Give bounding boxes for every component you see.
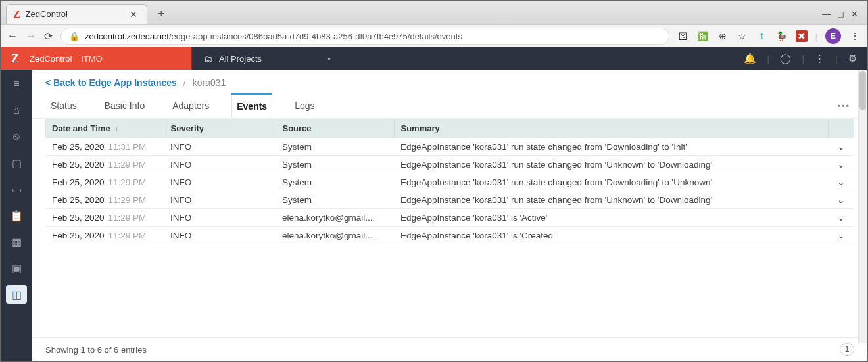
breadcrumb-current: kora031 [193,78,226,88]
browser-tab[interactable]: Z ZedControl ✕ [6,4,147,24]
cell-severity: INFO [164,191,276,209]
col-date-time[interactable]: Date and Time ↓ [45,119,164,138]
page-tabs: StatusBasic InfoAdaptersEventsLogs••• [32,93,867,119]
tab-logs[interactable]: Logs [289,94,320,118]
cell-severity: INFO [164,209,276,227]
cell-severity: INFO [164,227,276,244]
url-host: zedcontrol.zededa.net [85,32,169,41]
nav-reload-icon[interactable]: ⟳ [44,30,53,43]
table-row: Feb 25, 202011:29 PMINFOelena.korytko@gm… [45,209,854,227]
cell-summary: EdgeAppInstance 'kora031' run state chan… [394,173,828,191]
cell-summary: EdgeAppInstance 'kora031' is 'Active' [394,209,828,227]
col-date-time-label: Date and Time [52,124,110,133]
url-path: /edge-app-instances/086bad5a-d7d9-4b83-a… [169,32,462,41]
bookmark-star-icon[interactable]: ☆ [736,30,748,42]
chevron-down-icon: ▾ [327,55,331,62]
left-nav: ≡⌂⎋▢▭📋▦▣◫ [1,70,32,361]
settings-gear-icon[interactable]: ⚙ [848,53,857,64]
table-row: Feb 25, 202011:29 PMINFOSystemEdgeAppIns… [45,173,854,191]
leftnav-item-1[interactable]: ⌂ [6,101,27,120]
tab-status[interactable]: Status [45,94,82,118]
tab-basic-info[interactable]: Basic Info [99,94,150,118]
project-selector[interactable]: 🗂 All Projects ▾ [191,47,343,70]
org-name: ITMO [81,54,103,64]
cell-source: System [276,156,394,173]
breadcrumb-separator: / [183,78,186,88]
col-expand [828,119,854,138]
leftnav-item-5[interactable]: 📋 [6,206,27,225]
key-icon[interactable]: ⚿ [677,30,689,42]
browser-menu-icon[interactable]: ⋮ [849,30,861,42]
cell-source: elena.korytko@gmail.... [276,209,394,227]
zoom-icon[interactable]: ⊕ [717,30,729,42]
cell-summary: EdgeAppInstance 'kora031' run state chan… [394,191,828,209]
table-row: Feb 25, 202011:29 PMINFOSystemEdgeAppIns… [45,191,854,209]
cell-datetime: Feb 25, 202011:29 PM [45,191,164,209]
project-icon: 🗂 [204,54,212,64]
col-source[interactable]: Source [276,119,394,138]
cell-source: System [276,173,394,191]
expand-row-icon[interactable]: ⌄ [837,213,845,223]
expand-row-icon[interactable]: ⌄ [837,160,845,170]
table-row: Feb 25, 202011:29 PMINFOSystemEdgeAppIns… [45,156,854,173]
extension-x-icon[interactable]: ✖ [796,30,808,42]
brand-logo-icon: Z [7,52,23,66]
table-row: Feb 25, 202011:31 PMINFOSystemEdgeAppIns… [45,138,854,156]
cell-datetime: Feb 25, 202011:29 PM [45,173,164,191]
breadcrumb-back-link[interactable]: < Back to Edge App Instances [45,78,177,88]
extension-t-icon[interactable]: t [756,30,768,42]
expand-row-icon[interactable]: ⌄ [837,195,845,205]
events-table: Date and Time ↓ Severity Source Summary … [45,119,854,244]
leftnav-item-7[interactable]: ▣ [6,259,27,277]
expand-row-icon[interactable]: ⌄ [837,177,845,187]
window-maximize-icon[interactable]: ◻ [837,9,844,19]
topbar-kebab-icon[interactable]: ⋮ [815,53,825,64]
cell-source: System [276,191,394,209]
showing-text: Showing 1 to 6 of 6 entries [45,345,147,355]
table-footer: Showing 1 to 6 of 6 entries 1 [32,337,867,361]
cell-source: System [276,138,394,156]
new-tab-button[interactable]: + [154,7,169,21]
notifications-bell-icon[interactable]: 🔔 [744,53,756,64]
tab-close-icon[interactable]: ✕ [127,9,140,20]
nav-forward-icon[interactable]: → [26,30,36,42]
cell-severity: INFO [164,173,276,191]
leftnav-item-2[interactable]: ⎋ [6,127,27,146]
cell-summary: EdgeAppInstance 'kora031' is 'Created' [394,227,828,244]
tab-favicon: Z [13,9,20,20]
cell-severity: INFO [164,156,276,173]
lock-icon: 🔒 [69,32,80,41]
scrollbar-thumb[interactable] [859,71,866,110]
leftnav-item-4[interactable]: ▭ [6,180,27,198]
sort-indicator-icon: ↓ [115,125,118,133]
col-severity[interactable]: Severity [164,119,276,138]
brand-box[interactable]: Z ZedControl ITMO [1,47,191,70]
translate-icon[interactable]: 🈯 [697,30,709,42]
window-minimize-icon[interactable]: — [822,9,831,19]
browser-toolbar: ← → ⟳ 🔒 zedcontrol.zededa.net/edge-app-i… [1,24,867,48]
browser-tab-bar: Z ZedControl ✕ + — ◻ ✕ [1,1,867,24]
cell-summary: EdgeAppInstance 'kora031' run state chan… [394,156,828,173]
nav-back-icon[interactable]: ← [7,30,18,42]
leftnav-item-3[interactable]: ▢ [6,154,27,172]
leftnav-item-8[interactable]: ◫ [6,285,27,304]
profile-avatar[interactable]: E [825,28,841,44]
address-bar[interactable]: 🔒 zedcontrol.zededa.net/edge-app-instanc… [60,28,669,45]
user-icon[interactable]: ◯ [780,53,791,64]
cell-severity: INFO [164,138,276,156]
cell-datetime: Feb 25, 202011:29 PM [45,209,164,227]
col-summary[interactable]: Summary [394,119,828,138]
page-number[interactable]: 1 [840,343,854,356]
scrollbar[interactable] [858,70,867,343]
leftnav-item-0[interactable]: ≡ [6,75,27,93]
leftnav-item-6[interactable]: ▦ [6,233,27,251]
extension-duck-icon[interactable]: 🦆 [776,30,788,42]
cell-datetime: Feb 25, 202011:29 PM [45,227,164,244]
expand-row-icon[interactable]: ⌄ [837,231,845,240]
tab-events[interactable]: Events [231,93,272,118]
window-close-icon[interactable]: ✕ [851,9,858,19]
expand-row-icon[interactable]: ⌄ [837,142,845,152]
more-actions-icon[interactable]: ••• [833,97,854,115]
cell-source: elena.korytko@gmail.... [276,227,394,244]
tab-adapters[interactable]: Adapters [167,94,214,118]
